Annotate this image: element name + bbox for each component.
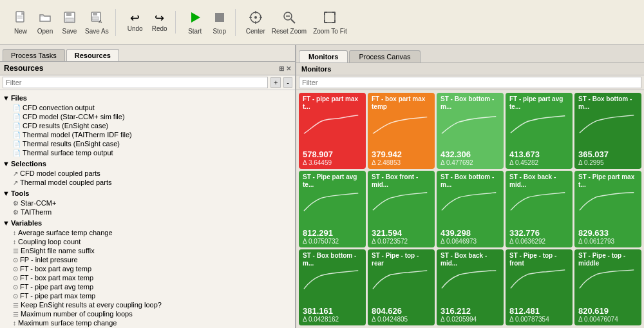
variable-icon: ⊙ <box>13 265 18 273</box>
tree-section-tools: ▼ Tools ⚙Star-CCM+ ⚙TAITherm <box>3 188 292 217</box>
zoom-to-fit-button[interactable]: Zoom To Fit <box>310 9 350 36</box>
open-label: Open <box>37 28 53 35</box>
variable-icon: ☰ <box>13 311 19 318</box>
monitor-card-title: ST - Box bottom - m... <box>440 95 500 111</box>
monitor-card-card-14[interactable]: ST - Pipe - top - front 812.481 Δ 0.0078… <box>506 249 573 325</box>
filter-remove-button[interactable]: - <box>283 77 292 88</box>
selection-icon: ↗ <box>13 170 18 177</box>
filter-row: + - <box>0 75 295 90</box>
monitor-card-card-10[interactable]: ST - Pipe part max t... 829.633 Δ 0.0612… <box>574 171 641 247</box>
file-icon: 📄 <box>13 113 21 121</box>
tab-resources[interactable]: Resources <box>66 49 119 61</box>
stop-icon <box>213 10 227 26</box>
save-as-button[interactable]: A Save As <box>82 9 111 36</box>
monitor-card-title: ST - Box back - mid... <box>440 252 500 267</box>
left-panel-title: Resources <box>4 64 43 73</box>
svg-rect-11 <box>215 13 224 22</box>
list-item[interactable]: 📄CFD results (EnSight case) <box>3 121 292 130</box>
list-item[interactable]: ⚙TAITherm <box>3 207 292 217</box>
monitor-value: 413.673 <box>509 150 569 159</box>
monitor-delta: Δ 0.0612793 <box>578 238 638 245</box>
open-button[interactable]: Open <box>33 9 57 36</box>
monitor-card-card-4[interactable]: FT - pipe part avg te... 413.673 Δ 0.452… <box>506 93 573 169</box>
monitor-chart <box>372 269 431 305</box>
tree-section-files-header[interactable]: ▼ Files <box>3 93 292 103</box>
list-item[interactable]: ↕Coupling loop count <box>3 237 292 246</box>
tab-process-canvas[interactable]: Process Canvas <box>349 50 420 63</box>
monitor-card-card-9[interactable]: ST - Box back - mid... 332.776 Δ 0.06362… <box>506 171 573 247</box>
list-item[interactable]: 📄CFD model (Star-CCM+ sim file) <box>3 112 292 121</box>
monitor-card-card-2[interactable]: FT - box part max temp 379.942 Δ 2.48853 <box>368 93 435 169</box>
list-item[interactable]: ⊙FT - pipe part avg temp <box>3 282 292 291</box>
monitor-card-title: FT - pipe part avg te... <box>509 95 569 111</box>
list-item[interactable]: ☰Keep EnSight results at every coupling … <box>3 300 292 309</box>
list-item[interactable]: ↕Maximum surface temp change <box>3 318 292 327</box>
monitor-delta: Δ 2.48853 <box>372 159 431 166</box>
monitor-delta: Δ 0.00787354 <box>509 316 569 323</box>
tree-area: ▼ Files 📄CFD convection output 📄CFD mode… <box>0 90 295 328</box>
save-button[interactable]: Save <box>58 9 81 36</box>
monitor-value: 365.037 <box>578 150 638 159</box>
tab-process-tasks[interactable]: Process Tasks <box>3 49 65 61</box>
monitor-card-card-7[interactable]: ST - Box front - mid... 321.594 Δ 0.0723… <box>368 171 435 247</box>
monitor-chart <box>440 190 500 226</box>
tree-section-selections-header[interactable]: ▼ Selections <box>3 159 292 169</box>
reset-zoom-button[interactable]: Reset Zoom <box>269 9 309 36</box>
monitor-card-card-1[interactable]: FT - pipe part max t... 578.907 Δ 3.6445… <box>299 93 366 169</box>
list-item[interactable]: ↕Average surface temp change <box>3 228 292 237</box>
tree-section-files: ▼ Files 📄CFD convection output 📄CFD mode… <box>3 93 292 157</box>
monitor-card-card-11[interactable]: ST - Box bottom - m... 381.161 Δ 0.04281… <box>299 249 366 325</box>
right-tabs: Monitors Process Canvas <box>296 45 644 63</box>
monitor-card-card-15[interactable]: ST - Pipe - top - middle 820.619 Δ 0.004… <box>574 249 641 325</box>
tool-icon: ⚙ <box>13 200 19 207</box>
list-item[interactable]: ↗Thermal model coupled parts <box>3 178 292 187</box>
monitor-value: 578.907 <box>303 150 362 159</box>
file-icon: 📄 <box>13 150 21 157</box>
monitor-card-card-13[interactable]: ST - Box back - mid... 316.212 Δ 0.02059… <box>437 249 504 325</box>
tree-section-tools-header[interactable]: ▼ Tools <box>3 188 292 198</box>
monitor-delta: Δ 0.0750732 <box>303 238 362 245</box>
filter-input[interactable] <box>3 77 268 88</box>
zoom-to-fit-icon <box>323 10 337 26</box>
monitor-chart <box>372 190 431 226</box>
monitor-card-title: ST - Pipe - top - front <box>509 252 569 267</box>
monitor-chart <box>440 112 500 148</box>
new-icon <box>14 10 28 26</box>
selection-icon: ↗ <box>13 179 18 186</box>
monitor-card-card-3[interactable]: ST - Box bottom - m... 432.306 Δ 0.47769… <box>437 93 504 169</box>
list-item[interactable]: ⊙FT - box part avg temp <box>3 264 292 273</box>
filter-add-button[interactable]: + <box>270 77 281 88</box>
list-item[interactable]: 📄CFD convection output <box>3 103 292 112</box>
list-item[interactable]: ☰EnSight file name suffix <box>3 246 292 255</box>
monitor-chart <box>509 269 569 305</box>
list-item[interactable]: 📄Thermal results (EnSight case) <box>3 139 292 148</box>
start-button[interactable]: Start <box>184 9 207 36</box>
center-button[interactable]: Center <box>243 9 268 36</box>
monitor-card-title: ST - Pipe - top - middle <box>578 252 638 267</box>
redo-button[interactable]: ↪ Redo <box>148 11 171 34</box>
monitor-card-title: FT - pipe part max t... <box>303 95 362 111</box>
svg-rect-7 <box>93 12 97 15</box>
list-item[interactable]: ⚙Star-CCM+ <box>3 198 292 207</box>
monitor-card-card-12[interactable]: ST - Pipe - top - rear 804.626 Δ 0.04248… <box>368 249 435 325</box>
list-item[interactable]: ⊙FP - inlet pressure <box>3 255 292 264</box>
tree-section-variables-header[interactable]: ▼ Variables <box>3 218 292 228</box>
list-item[interactable]: ☰Maximum number of coupling loops <box>3 309 292 318</box>
monitor-card-card-8[interactable]: ST - Box bottom - m... 439.298 Δ 0.06469… <box>437 171 504 247</box>
tab-monitors[interactable]: Monitors <box>299 50 348 63</box>
variable-icon: ☰ <box>13 247 19 255</box>
undo-button[interactable]: ↩ Undo <box>124 11 147 34</box>
list-item[interactable]: 📄Thermal model (TAITherm IDF file) <box>3 130 292 139</box>
monitor-card-card-5[interactable]: ST - Box bottom - m... 365.037 Δ 0.2995 <box>574 93 641 169</box>
monitor-chart <box>578 269 638 305</box>
monitor-chart <box>303 112 362 148</box>
list-item[interactable]: ⊙FT - box part max temp <box>3 273 292 282</box>
monitors-filter-input[interactable] <box>299 77 641 88</box>
monitor-delta: Δ 0.0424805 <box>372 316 431 323</box>
list-item[interactable]: 📄Thermal surface temp output <box>3 148 292 157</box>
monitor-card-card-6[interactable]: ST - Pipe part avg te... 812.291 Δ 0.075… <box>299 171 366 247</box>
stop-button[interactable]: Stop <box>208 9 231 36</box>
new-button[interactable]: New <box>9 9 32 36</box>
list-item[interactable]: ↗CFD model coupled parts <box>3 169 292 178</box>
list-item[interactable]: ⊙FT - pipe part max temp <box>3 291 292 300</box>
